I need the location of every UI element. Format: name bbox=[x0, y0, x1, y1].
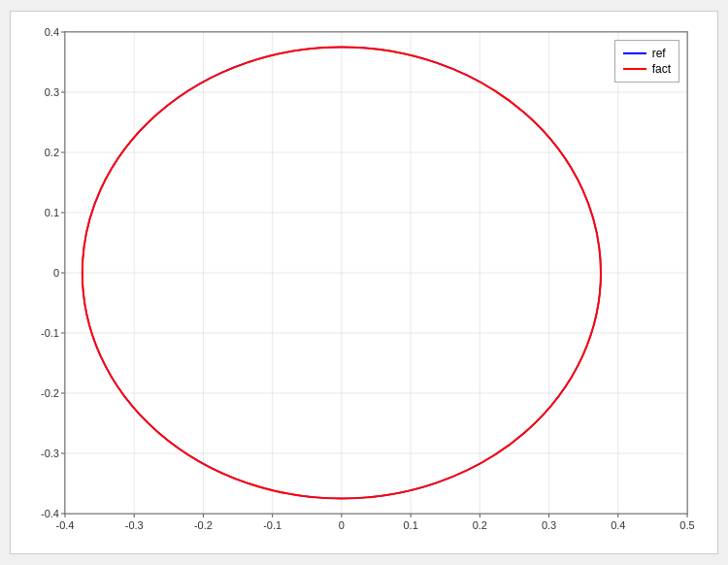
legend-line-ref bbox=[623, 52, 646, 54]
svg-text:-0.2: -0.2 bbox=[41, 387, 59, 399]
plot-area: -0.4-0.3-0.2-0.100.10.20.30.40.5-0.4-0.3… bbox=[64, 31, 688, 515]
svg-text:0.2: 0.2 bbox=[45, 147, 59, 158]
plot-svg: -0.4-0.3-0.2-0.100.10.20.30.40.5-0.4-0.3… bbox=[65, 32, 687, 514]
svg-text:0.4: 0.4 bbox=[611, 519, 625, 531]
legend-line-fact bbox=[623, 68, 646, 70]
svg-text:-0.4: -0.4 bbox=[56, 519, 75, 531]
figure-container: -0.4-0.3-0.2-0.100.10.20.30.40.5-0.4-0.3… bbox=[10, 11, 718, 554]
svg-text:-0.1: -0.1 bbox=[263, 519, 281, 531]
svg-text:0.2: 0.2 bbox=[473, 519, 487, 531]
svg-text:-0.3: -0.3 bbox=[41, 448, 59, 459]
svg-text:0.4: 0.4 bbox=[45, 26, 59, 38]
legend-item-fact: fact bbox=[623, 62, 671, 76]
svg-text:0.3: 0.3 bbox=[45, 86, 59, 98]
legend-box: ref fact bbox=[614, 40, 679, 83]
svg-text:-0.1: -0.1 bbox=[41, 327, 59, 339]
legend-label-fact: fact bbox=[652, 62, 671, 76]
legend-label-ref: ref bbox=[652, 47, 666, 60]
svg-text:0: 0 bbox=[339, 519, 345, 531]
svg-text:-0.3: -0.3 bbox=[125, 519, 144, 531]
svg-text:0.5: 0.5 bbox=[679, 519, 694, 531]
svg-text:0: 0 bbox=[53, 267, 59, 279]
legend-item-ref: ref bbox=[623, 47, 671, 60]
svg-text:-0.4: -0.4 bbox=[41, 508, 59, 519]
svg-text:-0.2: -0.2 bbox=[194, 519, 213, 531]
svg-text:0.3: 0.3 bbox=[542, 519, 556, 531]
svg-text:0.1: 0.1 bbox=[45, 207, 59, 218]
svg-text:0.1: 0.1 bbox=[403, 519, 417, 531]
